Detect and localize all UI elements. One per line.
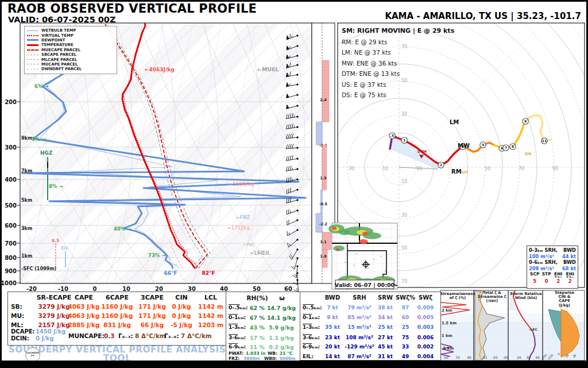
advection-bar — [322, 145, 327, 190]
lapse-0-3-label: Γ₀₋₃: — [118, 332, 133, 339]
ring-label: 70 — [519, 166, 524, 171]
pwat-label: PWAT: — [229, 351, 243, 356]
shear-value: 27 kt — [378, 335, 393, 340]
rh-value: 43 % — [250, 324, 265, 331]
bwd-0-6-label: BWD — [563, 259, 576, 266]
rh-header: RH(%) — [247, 294, 268, 301]
legend-label: MUCAPE PARCEL — [41, 62, 78, 67]
srh-0-6-label: 0-6ₖₘ SRH, — [529, 259, 558, 266]
legend-item: MLCAPE PARCEL — [27, 57, 114, 62]
shear-value: 0.002 — [417, 344, 434, 350]
moist-adiabat-line — [0, 23, 3, 283]
shear-value: 23 kt — [325, 335, 340, 340]
radar-speckle — [385, 270, 386, 271]
advection-value: 1.5 — [320, 176, 327, 181]
advection-value: 3.1 — [320, 240, 327, 244]
radar-echo — [359, 239, 368, 244]
shear-value: 38 kt — [378, 305, 393, 310]
composite-indices: SCP5 STP0 EHI0-1ₖₘ2 EHI0-3ₖₘ2 — [529, 272, 576, 284]
shear-value: 14 kt — [325, 354, 340, 359]
lapse-3-6-value: 7 Δ°C/km — [181, 332, 212, 339]
shear-value: 9 kt — [327, 315, 338, 320]
shear-row-label: 3-6ₖₘ: — [303, 335, 320, 340]
dwndrft-line-icon — [27, 69, 38, 70]
rh-value: 62 % — [250, 305, 265, 311]
shear-value: 0.009 — [417, 305, 434, 310]
pressure-tick-label: 1000 — [1, 280, 17, 286]
frz-table-label: FRZ: — [229, 356, 239, 361]
page-title: RAOB OBSERVED VERTICAL PROFILE — [7, 2, 257, 16]
rh-row-label: 3-6ₖₘ: — [229, 335, 246, 340]
pressure-tick-label: 200 — [5, 99, 17, 105]
wb-value: 21 °C — [280, 351, 292, 356]
advection-value: 2.4 — [320, 98, 327, 102]
mlcape-line-icon — [27, 59, 38, 60]
shear-value: 34 kt — [378, 315, 393, 320]
muncape-value: 0.3 — [104, 332, 115, 339]
advection-value: -0.5 — [319, 202, 328, 206]
dcin-label: DCIN: — [11, 335, 29, 342]
valid-timestamp: VALID: 06-07-2025 00Z — [8, 15, 115, 24]
temp-tick-label: 10 — [122, 286, 130, 292]
radar-inset: Valid: 06-07 | 00:00 — [328, 223, 397, 289]
wb0-label: WB0: — [264, 356, 277, 361]
temp-tick-label: 40 — [220, 286, 228, 292]
shear-value: 31 kt — [378, 354, 393, 359]
mucape-line-icon — [27, 64, 38, 64]
thermo-value: 2885 J/kg — [68, 321, 99, 328]
footer-app-name: SOUNDERPY VERTICAL PROFILE ANALYSIS TOOL — [7, 346, 227, 363]
panel1-xtick: 50 — [444, 355, 448, 359]
shear-value: 20 kt — [325, 344, 340, 350]
temp-tick-label: 20 — [155, 286, 163, 292]
height-label: 1km — [21, 254, 32, 259]
pressure-tick-label: 400 — [5, 177, 17, 183]
wetbulb-line-icon — [27, 30, 38, 31]
shear-value: 60 — [402, 315, 409, 320]
rh-row-label: 6-9ₖₘ: — [229, 344, 246, 350]
rm-line: RM: E @ 29 kts — [342, 37, 454, 48]
thermo-value: 1160 J/kg — [101, 312, 133, 319]
sm-line: SM: RIGHT MOVING | E @ 29 kts — [342, 26, 454, 37]
advection-bar — [316, 122, 323, 145]
rh-annotation: 73% → — [148, 252, 165, 258]
ring-label: 50 — [401, 246, 407, 251]
km-axis-label: 2 km — [442, 308, 452, 313]
dcin-value: 0 J/kg — [36, 335, 54, 342]
ds-line: DS: E @ 75 kts — [342, 90, 454, 101]
height-marker-label: 5 — [482, 143, 484, 147]
height-label: -SFC (1099m) — [21, 266, 56, 271]
sounderpy-logo: SOUNDER PY — [25, 347, 40, 362]
omega-header: ω — [279, 294, 285, 302]
shear-value: 33 — [402, 344, 409, 350]
shear-value: 108 m²/s² — [346, 335, 373, 340]
bwd-0-6-value: 68 kt — [562, 266, 576, 272]
panel3-xtick: 40 — [535, 355, 540, 359]
thermo-row-label: ML: — [11, 321, 23, 328]
lm-line: LM: NE @ 37 kts — [342, 47, 454, 58]
radar-speckle — [356, 253, 357, 254]
panel-title-streamwiseness: Streamwisenessof ζ (%) — [440, 292, 475, 300]
shear-value: 25 kt — [378, 324, 393, 330]
us-line: US: E @ 37 kts — [342, 79, 454, 90]
legend-item: DEWPOINT — [27, 38, 114, 43]
frz-value: 3800m — [243, 356, 260, 361]
thermo-value: 2157 J/kg — [38, 321, 69, 328]
shear-value: -129 m²/s² — [345, 344, 374, 350]
omega-value: 14.1 g/kg — [267, 315, 296, 321]
rh-annotation: 6% → — [34, 83, 49, 89]
srh-0-6-value: 209 m²/s² — [529, 266, 554, 272]
shear-value: 0.003 — [417, 324, 434, 330]
srh-summary-box: 0-3ₖₘ SRH,BWD 100 m²/s²44 kt 0-6ₖₘ SRH,B… — [527, 246, 578, 289]
dtm-line: DTM: ENE @ 13 kts — [342, 68, 454, 79]
mw-line: MW: ENE @ 36 kts — [342, 58, 454, 69]
storm-motion-readout: SM: RIGHT MOVING | E @ 29 kts RM: E @ 29… — [342, 26, 454, 101]
dewpoint-line-icon — [27, 39, 38, 41]
lm-label: LM — [450, 119, 459, 125]
ring-label: 30 — [401, 112, 407, 117]
advection-bar — [322, 60, 329, 122]
rh-value: 17 % — [250, 335, 265, 341]
shear-row-label: 1-3ₖₘ: — [303, 324, 320, 330]
skewt-legend: WETBULB TEMP VIRTUAL TEMP DEWPOINT TEMPE… — [24, 26, 117, 74]
shear-header: SRH — [353, 294, 366, 301]
thermo-header: CAPE — [75, 294, 93, 301]
